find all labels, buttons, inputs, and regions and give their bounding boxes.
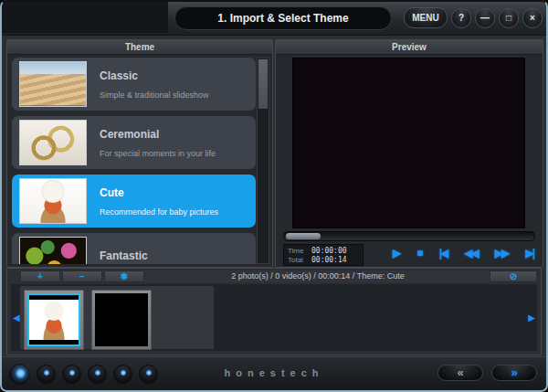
theme-panel: Theme Classic Simple & traditional slide… bbox=[6, 39, 273, 268]
fast-forward-button[interactable]: ▶▶ bbox=[495, 243, 508, 263]
rewind-button[interactable]: ◀◀ bbox=[464, 243, 477, 263]
help-button[interactable]: ? bbox=[451, 8, 471, 28]
skip-forward-button[interactable]: ▶| bbox=[525, 243, 533, 263]
theme-item-fantastic[interactable]: Fantastic bbox=[12, 233, 256, 264]
remove-media-button[interactable]: − bbox=[62, 270, 102, 282]
step-title: 1. Import & Select Theme bbox=[174, 6, 392, 30]
window-controls: MENU ? — □ × bbox=[404, 7, 543, 28]
theme-item-text: Cute Recommended for baby pictures bbox=[100, 186, 218, 217]
theme-description: Simple & traditional slideshow bbox=[100, 90, 209, 100]
menu-button[interactable]: MENU bbox=[404, 7, 448, 28]
title-bar: 1. Import & Select Theme MENU ? — □ × bbox=[0, 0, 548, 36]
logo-area bbox=[2, 2, 168, 33]
tray-body: ◀ ▶ bbox=[11, 284, 537, 351]
plus-icon: + bbox=[37, 271, 43, 281]
step-title-label: 1. Import & Select Theme bbox=[217, 12, 348, 25]
play-button[interactable]: ▶ bbox=[393, 243, 399, 263]
theme-item-text: Ceremonial For special moments in your l… bbox=[100, 128, 216, 158]
theme-thumbnail-ceremonial bbox=[19, 120, 87, 165]
tray-scroll-right-icon[interactable]: ▶ bbox=[528, 313, 535, 323]
theme-item-cute[interactable]: Cute Recommended for baby pictures bbox=[12, 175, 256, 228]
media-thumbnail-photo2[interactable] bbox=[91, 290, 152, 350]
tray-toolbar: + − ✱ 2 photo(s) / 0 video(s) / 00:00:14… bbox=[20, 270, 537, 282]
theme-item-text: Fantastic bbox=[100, 249, 148, 265]
preview-panel: Preview Time 00:00:00 Total 00:00:14 ▶ ■… bbox=[275, 39, 543, 268]
theme-name: Ceremonial bbox=[100, 128, 216, 141]
theme-thumbnail-cute bbox=[19, 178, 87, 224]
menu-button-label: MENU bbox=[412, 13, 438, 23]
stop-button[interactable]: ■ bbox=[416, 243, 421, 263]
theme-description: Recommended for baby pictures bbox=[100, 207, 218, 217]
tray-scroll-left-icon[interactable]: ◀ bbox=[13, 313, 20, 323]
theme-item-ceremonial[interactable]: Ceremonial For special moments in your l… bbox=[12, 116, 256, 169]
clear-button[interactable]: ⊘ bbox=[490, 270, 537, 282]
theme-name: Fantastic bbox=[100, 249, 148, 262]
minimize-icon: — bbox=[480, 13, 490, 23]
media-status-text: 2 photo(s) / 0 video(s) / 00:00:14 / The… bbox=[146, 270, 490, 282]
preview-panel-header: Preview bbox=[276, 40, 543, 55]
transport-controls: ▶ ■ |◀ ◀◀ ▶▶ ▶| bbox=[393, 243, 533, 263]
media-tray: + − ✱ 2 photo(s) / 0 video(s) / 00:00:14… bbox=[6, 268, 542, 355]
footer-bar: honestech « » bbox=[2, 356, 546, 390]
theme-panel-header: Theme bbox=[7, 40, 272, 55]
theme-item-classic[interactable]: Classic Simple & traditional slideshow bbox=[12, 58, 256, 111]
maximize-button[interactable]: □ bbox=[499, 8, 519, 28]
black-photo bbox=[95, 293, 148, 346]
total-label: Total bbox=[288, 256, 311, 264]
settings-icon: ✱ bbox=[121, 271, 128, 281]
media-thumbnail-border bbox=[27, 293, 80, 346]
no-symbol-icon: ⊘ bbox=[510, 271, 517, 281]
minimize-button[interactable]: — bbox=[475, 8, 495, 28]
close-icon: × bbox=[530, 13, 535, 23]
seek-bar[interactable] bbox=[283, 231, 535, 241]
back-button[interactable]: « bbox=[437, 365, 483, 381]
next-button[interactable]: » bbox=[491, 365, 537, 381]
theme-list: Classic Simple & traditional slideshow C… bbox=[12, 58, 256, 264]
settings-button[interactable]: ✱ bbox=[104, 270, 144, 282]
theme-thumbnail-fantastic bbox=[19, 237, 87, 264]
time-label: Time bbox=[288, 247, 311, 255]
footer-navigation: « » bbox=[437, 365, 537, 381]
close-button[interactable]: × bbox=[522, 8, 543, 28]
preview-video-area bbox=[292, 58, 525, 228]
puppy-photo bbox=[29, 295, 79, 344]
add-media-button[interactable]: + bbox=[20, 270, 60, 282]
help-icon: ? bbox=[458, 13, 464, 23]
media-thumbnail-photo1[interactable] bbox=[24, 290, 84, 350]
time-value: 00:00:00 bbox=[311, 247, 359, 255]
theme-description: For special moments in your life bbox=[100, 149, 216, 158]
theme-item-text: Classic Simple & traditional slideshow bbox=[100, 69, 209, 100]
theme-name: Cute bbox=[100, 186, 218, 199]
time-display: Time 00:00:00 Total 00:00:14 bbox=[283, 244, 364, 266]
minus-icon: − bbox=[79, 271, 85, 281]
theme-name: Classic bbox=[100, 69, 209, 82]
theme-thumbnail-classic bbox=[19, 61, 87, 107]
theme-scrollbar[interactable] bbox=[257, 58, 269, 264]
app-window: 1. Import & Select Theme MENU ? — □ × Th… bbox=[0, 0, 548, 392]
skip-back-button[interactable]: |◀ bbox=[439, 243, 448, 263]
theme-scrollbar-thumb[interactable] bbox=[258, 59, 268, 109]
maximize-icon: □ bbox=[506, 13, 511, 23]
seek-handle[interactable] bbox=[286, 233, 321, 239]
total-value: 00:00:14 bbox=[311, 256, 359, 264]
